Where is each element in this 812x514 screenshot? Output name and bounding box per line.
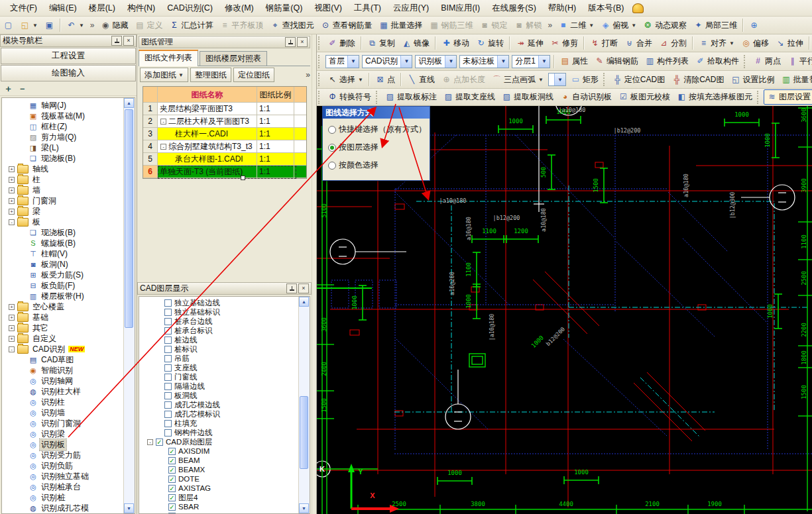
menu-item-13[interactable]: 帮助(H) [542,1,582,15]
combo-分层1[interactable]: 分层1▼ [512,55,550,68]
unchecked-checkbox[interactable] [164,401,172,409]
break-button[interactable]: ↯打断 [587,36,620,50]
tree-item-梁(L)[interactable]: ◨梁(L) [2,142,124,153]
layer-item-BEAM[interactable]: ✓BEAM [139,456,299,465]
expand-icon[interactable]: + [9,336,15,342]
menu-item-10[interactable]: 云应用(Y) [387,1,435,15]
toolbar-grip[interactable] [318,73,321,86]
collapse-icon[interactable]: - [147,439,153,445]
layer-item-桩承台边线[interactable]: 桩承台边线 [139,317,299,326]
save-file-button[interactable]: ▣ [42,20,57,31]
checked-checkbox[interactable]: ✓ [168,503,176,511]
tree-item-空心楼盖[interactable]: +空心楼盖 [2,301,124,312]
sheet-name-cell[interactable]: 承台大样图-1.CADI [158,153,257,166]
extract-button[interactable]: ▨提取支座线 [441,90,498,104]
scroll-up-icon[interactable]: ▲ [124,98,134,108]
toolbar-grip[interactable] [744,55,747,68]
chevron-down-icon[interactable]: ▼ [589,23,594,28]
tab-sheet-file-list[interactable]: 图纸文件列表 [139,50,198,66]
sheet-name-cell[interactable]: 夹层结构梁平面图T3 [158,103,257,115]
undo-button[interactable]: ↶▼ [64,20,87,31]
stretch-button[interactable]: ↘拉伸 [773,36,806,50]
layer-item-隔墙边线[interactable]: 隔墙边线 [139,382,299,391]
combo-识别板[interactable]: 识别板▼ [415,55,457,68]
tree-item-识别成孔芯模[interactable]: ◍识别成孔芯模 [2,503,124,513]
move-button[interactable]: ✚移动 [439,36,472,50]
tree-item-其它[interactable]: +其它 [2,323,124,333]
collapse-icon[interactable]: - [160,144,166,150]
view-rebar-button[interactable]: ⊙查看钢筋量 [318,19,375,32]
merge-button[interactable]: ⊎合并 [622,36,655,50]
expand-icon[interactable]: + [9,198,15,204]
menu-item-2[interactable]: 编辑(E) [43,1,83,15]
checked-checkbox[interactable]: ✓ [168,457,176,464]
scroll-down-icon[interactable]: ▼ [124,503,134,513]
layer-item-吊筋[interactable]: 吊筋 [139,354,299,363]
tree-item-板负筋(F)[interactable]: ⊟板负筋(F) [2,280,124,291]
unchecked-checkbox[interactable] [164,383,172,390]
orbit-button[interactable]: ❂动态观察 [640,19,689,32]
batch-replace-button[interactable]: ▥批量替 [779,73,812,87]
layer-item-BEAMX[interactable]: ✓BEAMX [139,465,299,474]
tree-item-识别板[interactable]: ◎识别板 [2,439,124,450]
convert-symbol-button[interactable]: Φ转换符号 [325,90,374,104]
menu-item-7[interactable]: 钢筋量(Q) [260,1,309,15]
checked-checkbox[interactable]: ✓ [168,466,176,474]
menu-item-9[interactable]: 工具(T) [348,1,387,15]
new-file-button[interactable]: ▢ [1,20,16,31]
tree-item-轴网(J)[interactable]: ▦轴网(J) [2,100,124,111]
tree-item-识别桩[interactable]: ◎识别桩 [2,492,124,503]
unchecked-checkbox[interactable] [164,327,172,334]
batch-select-button[interactable]: ▦批量选择 [377,19,426,32]
close-button[interactable]: × [123,36,134,46]
tree-item-柱帽(V)[interactable]: ⊤柱帽(V) [2,248,124,259]
tree-item-识别负筋[interactable]: ◎识别负筋 [2,460,124,471]
toolbar-grip[interactable] [318,36,321,50]
tree-item-识别柱[interactable]: ◎识别柱 [2,397,124,407]
unchecked-checkbox[interactable] [164,374,172,381]
sheet-name-cell[interactable]: -综合别墅建筑结构T3_t3 [158,140,257,153]
tree-item-楼层板带(H)[interactable]: ▥楼层板带(H) [2,291,124,301]
layer-item-SBAR[interactable]: ✓SBAR [139,502,299,511]
tree-item-识别桩承台[interactable]: ◎识别桩承台 [2,482,124,492]
layer-item-钢构件边线[interactable]: 钢构件边线 [139,428,299,437]
sheet-name-cell[interactable]: 单独天面-T3 (当前图纸) [158,166,257,178]
extract-button[interactable]: ▨提取板标注 [382,90,439,104]
chevron-down-icon[interactable]: ▼ [729,40,734,46]
radio-option-1[interactable]: 快捷键选择（原有方式） [328,123,430,136]
menu-item-11[interactable]: BIM应用(I) [435,1,486,15]
checked-checkbox[interactable]: ✓ [168,494,176,501]
menu-item-3[interactable]: 楼层(L) [83,1,121,15]
open-file-button[interactable]: ◱▼ [17,20,40,31]
menu-item-4[interactable]: 构件(N) [121,1,161,15]
tree-item-现浇板(B)[interactable]: ❏现浇板(B) [2,153,124,164]
local-3d-button[interactable]: ✦局部三维 [691,19,740,32]
pin-button[interactable] [111,36,122,46]
checked-checkbox[interactable]: ✓ [168,476,176,483]
menu-item-6[interactable]: 修改(M) [219,1,260,15]
tree-item-CAD识别[interactable]: -CAD识别NEW [2,344,124,354]
toolbar-grip[interactable] [376,91,379,104]
unchecked-checkbox[interactable] [164,392,172,399]
combo-首层[interactable]: 首层▼ [325,55,359,68]
radio-icon[interactable] [328,126,336,134]
sheet-name-cell[interactable]: 柱大样一.CADI [158,128,257,140]
layer-item-CAD原始图层[interactable]: -✓CAD原始图层 [139,437,299,446]
check-button[interactable]: ☑板图元校核 [616,90,673,104]
add-sheet-button[interactable]: 添加图纸▼ [140,68,188,82]
toolbar-grip[interactable] [603,73,607,86]
menu-item-5[interactable]: CAD识别(C) [161,1,219,15]
expand-all-icon[interactable]: ＋ [4,83,13,95]
toolbar-overflow-chevron[interactable]: » [546,21,555,30]
chevron-down-icon[interactable]: ▼ [347,56,359,68]
tree-item-识别墙[interactable]: ◎识别墙 [2,407,124,418]
layer-item-独立基础边线[interactable]: 独立基础边线 [139,298,299,307]
checked-checkbox[interactable]: ✓ [168,485,176,492]
rect-button[interactable]: ▭矩形 [568,73,601,87]
unchecked-checkbox[interactable] [164,309,172,316]
layer-item-独立基础标识[interactable]: 独立基础标识 [139,307,299,317]
collapse-all-icon[interactable]: － [18,83,27,95]
top-view-button[interactable]: ◈俯视▼ [598,19,639,32]
radio-option-2[interactable]: 按图层选择 [328,140,430,154]
tree-item-识别梁[interactable]: ◎识别梁 [2,429,124,439]
